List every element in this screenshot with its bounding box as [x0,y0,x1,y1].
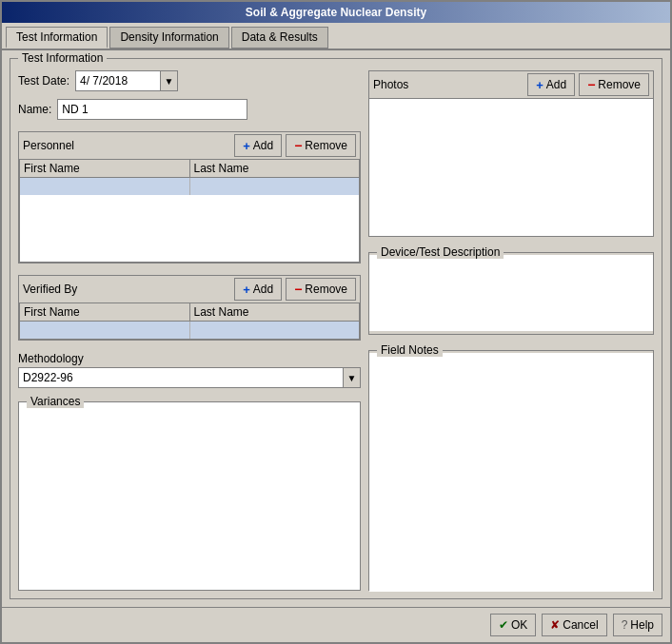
photos-add-button[interactable]: + Add [527,73,575,96]
personnel-header: Personnel + Add − Remove [19,132,360,159]
window-title: Soil & Aggregate Nuclear Density [246,6,426,19]
personnel-grid-row-1[interactable] [20,178,359,195]
verified-by-grid-header: First Name Last Name [20,303,359,322]
ok-button[interactable]: ✔ OK [490,614,536,636]
verified-col-lastname: Last Name [190,303,360,321]
device-test-section: Device/Test Description [368,252,654,335]
personnel-section: Personnel + Add − Remove [18,131,361,263]
name-row: Name: [18,99,361,120]
verified-grid-row-1[interactable] [20,322,359,339]
verified-by-label: Verified By [23,283,77,296]
device-test-textarea[interactable] [369,255,653,331]
photos-add-label: Add [546,78,566,91]
minus-icon2: − [294,282,302,297]
verified-col-firstname: First Name [20,303,190,321]
ok-label: OK [511,618,527,632]
verified-add-button[interactable]: + Add [234,278,282,301]
name-label: Name: [18,103,51,116]
personnel-grid-empty [20,195,359,262]
methodology-section: Methodology ▼ [18,352,361,388]
verified-by-section: Verified By + Add − Remove [18,275,361,341]
field-notes-section: Field Notes [368,350,654,591]
right-panel: Photos + Add − Remove [368,70,654,591]
methodology-input[interactable] [18,367,344,388]
personnel-row1-firstname[interactable] [20,178,190,195]
plus-icon2: + [243,283,250,297]
methodology-dropdown-arrow[interactable]: ▼ [344,367,361,388]
test-date-label: Test Date: [18,74,69,88]
photos-body [369,98,653,236]
plus-icon3: + [536,78,544,92]
verified-add-label: Add [253,283,273,296]
personnel-add-label: Add [253,139,273,152]
tab-test-information[interactable]: Test Information [6,27,108,49]
tab-density-information[interactable]: Density Information [109,27,228,49]
variances-textarea[interactable] [19,402,360,590]
check-icon: ✔ [499,618,508,632]
plus-icon: + [243,139,250,153]
x-icon: ✘ [550,618,560,632]
variances-section: Variances [18,401,361,591]
personnel-col-firstname: First Name [20,160,190,177]
help-label: Help [630,618,654,632]
left-panel: Test Date: ▼ Name: Person [18,70,361,591]
help-button[interactable]: ? Help [613,614,662,636]
test-information-group: Test Information Test Date: ▼ Name: [10,58,662,599]
photos-label: Photos [373,78,408,91]
personnel-row1-lastname[interactable] [190,178,360,195]
personnel-buttons: + Add − Remove [234,134,356,157]
photos-section: Photos + Add − Remove [368,70,654,237]
verified-row1-firstname[interactable] [20,322,190,339]
test-date-wrap: ▼ [75,70,178,91]
personnel-remove-label: Remove [305,139,347,152]
name-input[interactable] [57,99,247,120]
minus-icon: − [294,138,302,153]
photos-header: Photos + Add − Remove [369,71,653,98]
bottom-bar: ✔ OK ✘ Cancel ? Help [2,607,670,642]
methodology-label: Methodology [18,352,84,365]
verified-by-header: Verified By + Add − Remove [19,276,360,302]
personnel-grid: First Name Last Name [19,159,360,263]
device-test-label: Device/Test Description [377,245,504,259]
personnel-grid-header: First Name Last Name [20,160,359,178]
question-icon: ? [622,618,628,632]
personnel-remove-button[interactable]: − Remove [286,134,356,157]
personnel-col-lastname: Last Name [190,160,360,177]
section-label: Test Information [18,51,107,65]
photos-buttons: + Add − Remove [527,73,649,96]
verified-by-buttons: + Add − Remove [234,278,356,301]
variances-label: Variances [27,395,84,408]
main-inner: Test Date: ▼ Name: Person [18,70,654,591]
test-date-row: Test Date: ▼ [18,70,361,91]
test-date-dropdown-arrow[interactable]: ▼ [161,70,178,91]
photos-remove-label: Remove [598,78,641,91]
minus-icon3: − [587,77,595,92]
main-window: Soil & Aggregate Nuclear Density Test In… [0,0,672,644]
title-bar: Soil & Aggregate Nuclear Density [2,2,670,23]
field-notes-label: Field Notes [377,343,443,357]
test-date-input[interactable] [75,70,161,91]
content-area: Test Information Test Date: ▼ Name: [2,50,670,607]
methodology-select-wrap: ▼ [18,367,361,388]
verified-row1-lastname[interactable] [190,322,360,339]
personnel-label: Personnel [23,139,74,152]
photos-remove-button[interactable]: − Remove [579,73,649,96]
verified-remove-label: Remove [305,283,347,296]
personnel-add-button[interactable]: + Add [234,134,282,157]
tab-data-results[interactable]: Data & Results [231,27,328,49]
verified-by-grid: First Name Last Name [19,302,360,340]
tab-bar: Test Information Density Information Dat… [2,23,670,50]
cancel-label: Cancel [563,618,598,632]
verified-remove-button[interactable]: − Remove [286,278,356,301]
cancel-button[interactable]: ✘ Cancel [542,614,606,636]
field-notes-textarea[interactable] [369,353,653,592]
